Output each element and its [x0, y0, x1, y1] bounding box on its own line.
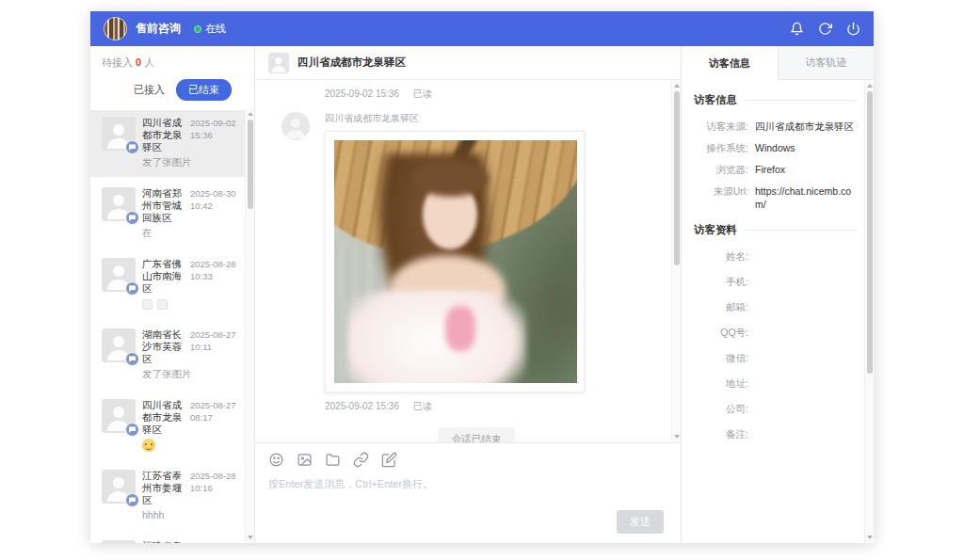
field-value: Windows: [755, 141, 795, 154]
scroll-up-icon[interactable]: [865, 81, 875, 90]
tab-visitor-trail[interactable]: 访客轨迹: [778, 46, 875, 80]
read-status: 已读: [413, 401, 432, 411]
emoji-icon[interactable]: [268, 452, 284, 468]
tab-connected[interactable]: 已接入: [134, 83, 165, 97]
chat-bubble-badge-icon: [125, 423, 139, 437]
session-last-message: 发了张图片: [142, 156, 239, 170]
message-timestamp: 2025-09-02 15:36: [325, 401, 399, 411]
field-label: 微信:: [694, 351, 748, 364]
folder-icon[interactable]: [325, 452, 341, 468]
field-label: 浏览器:: [694, 163, 748, 176]
session-name: 河南省郑州市管城回族区: [142, 187, 190, 224]
visitor-avatar: [102, 399, 136, 433]
session-time: 2025-08-28 10:16: [190, 470, 239, 506]
visitor-avatar: [102, 470, 136, 504]
tab-ended[interactable]: 已结束: [176, 79, 232, 101]
session-last-message: [142, 439, 239, 453]
session-date: 2025-08-27: [190, 328, 239, 341]
app-title: 售前咨询: [136, 21, 181, 37]
session-summary: 四川省成都市龙泉驿区 2025-08-27 08:17: [142, 399, 239, 453]
visitor-info-row: 来源Url: https://chat.nicemb.com/: [694, 184, 857, 211]
visitor-profile-row: 手机:: [694, 275, 857, 288]
message-timestamp: 2025-09-02 15:36: [325, 88, 399, 99]
field-label: 公司:: [694, 402, 748, 415]
waiting-label: 待接入: [102, 56, 133, 68]
scrollbar-thumb[interactable]: [248, 120, 253, 209]
chat-scrollbar[interactable]: [671, 80, 681, 442]
online-status-dot-icon: [194, 25, 201, 33]
waiting-counter: 待接入0人: [90, 46, 254, 73]
session-item[interactable]: 湖南省长沙市芙蓉区 2025-08-27 10:11 发了张图片: [90, 322, 245, 389]
message-input[interactable]: 按Enter发送消息，Ctrl+Enter换行。: [268, 477, 667, 491]
visitor-avatar: [102, 328, 136, 362]
bell-icon[interactable]: [790, 22, 804, 36]
edit-icon[interactable]: [381, 452, 397, 468]
link-icon[interactable]: [353, 452, 369, 468]
session-item[interactable]: 江苏省泰州市姜堰区 2025-08-28 10:16 hhhh: [90, 463, 245, 530]
scroll-down-icon[interactable]: [246, 533, 255, 542]
chat-panel: 四川省成都市龙泉驿区 2025-09-02 15:36 已读 四川省成都市龙泉驿…: [255, 46, 681, 543]
message-meta-bottom: 2025-09-02 15:36 已读: [325, 400, 671, 413]
image-icon[interactable]: [297, 452, 313, 468]
visitor-avatar: [102, 540, 136, 543]
field-value: 四川省成都市龙泉驿区: [755, 120, 854, 133]
session-list: 四川省成都市龙泉驿区 2025-09-02 15:36 发了张图片: [90, 108, 245, 543]
session-item[interactable]: 四川省成都市龙泉驿区 2025-08-27 08:17: [90, 392, 245, 459]
power-icon[interactable]: [846, 22, 860, 36]
session-summary: 福建省泉州市南安市 2025-08-27 14:59: [142, 540, 239, 543]
message-sender-name: 四川省成都市龙泉驿区: [325, 112, 585, 125]
refresh-icon[interactable]: [818, 22, 832, 36]
scroll-up-icon[interactable]: [246, 109, 255, 119]
chat-header: 四川省成都市龙泉驿区: [255, 46, 681, 80]
visitor-profile-row: 公司:: [694, 402, 857, 415]
session-date: 2025-08-30: [190, 187, 239, 200]
session-item[interactable]: 福建省泉州市南安市 2025-08-27 14:59: [90, 534, 245, 543]
visitor-profile-row: QQ号:: [694, 326, 857, 339]
scrollbar-thumb[interactable]: [867, 91, 873, 374]
visitor-info-section-title: 访客信息: [694, 93, 857, 107]
session-date: 2025-08-28: [190, 470, 239, 482]
person-icon: [268, 53, 289, 73]
image-message-card[interactable]: [325, 131, 585, 392]
send-button[interactable]: 发送: [617, 510, 664, 534]
field-label: 来源Url:: [694, 184, 748, 211]
chat-image[interactable]: [334, 140, 577, 383]
scrollbar-thumb[interactable]: [674, 91, 680, 265]
session-name: 福建省泉州市南安市: [142, 540, 190, 543]
session-date: 2025-08-27: [190, 399, 239, 411]
field-value: https://chat.nicemb.com/: [755, 184, 857, 211]
session-summary: 四川省成都市龙泉驿区 2025-09-02 15:36 发了张图片: [142, 117, 239, 170]
agent-avatar: [104, 17, 127, 40]
session-last-message: 发了张图片: [142, 368, 239, 382]
visitor-profile-row: 地址:: [694, 376, 857, 390]
session-time: 2025-08-27 14:59: [190, 540, 239, 543]
session-time: 2025-08-27 08:17: [190, 399, 239, 436]
app-header: 售前咨询 在线: [90, 11, 874, 46]
message-list: 2025-09-02 15:36 已读 四川省成都市龙泉驿区: [255, 80, 671, 442]
emoticon-placeholder-icon: [142, 299, 153, 310]
scroll-down-icon[interactable]: [865, 533, 875, 542]
session-clock: 10:11: [190, 341, 239, 353]
session-name: 四川省成都市龙泉驿区: [142, 399, 190, 436]
smiley-emoji-icon: [142, 439, 155, 452]
session-date: 2025-09-02: [190, 117, 239, 129]
visitor-profile-row: 邮箱:: [694, 300, 857, 313]
visitor-panel-scrollbar[interactable]: [864, 80, 874, 543]
session-item[interactable]: 广东省佛山市南海区 2025-08-28 10:33: [90, 251, 245, 318]
session-name: 江苏省泰州市姜堰区: [142, 470, 190, 506]
visitor-avatar: [102, 117, 136, 151]
session-item[interactable]: 河南省郑州市管城回族区 2025-08-30 10:42 在: [90, 181, 245, 248]
app-window: 售前咨询 在线 待接入0人 已接入 已结束: [90, 11, 874, 543]
chat-bubble-badge-icon: [125, 140, 139, 154]
visitor-profile-fields: 姓名: 手机: 邮箱:: [694, 249, 857, 440]
session-list-scrollbar[interactable]: [245, 108, 254, 543]
session-item[interactable]: 四川省成都市龙泉驿区 2025-09-02 15:36 发了张图片: [90, 110, 245, 177]
tab-visitor-info[interactable]: 访客信息: [682, 46, 778, 80]
field-label: 地址:: [694, 376, 748, 390]
session-time: 2025-08-28 10:33: [190, 258, 239, 295]
message-composer: 按Enter发送消息，Ctrl+Enter换行。 发送: [255, 442, 681, 543]
chat-bubble-badge-icon: [125, 211, 139, 225]
field-label: 备注:: [694, 427, 748, 440]
field-label: 访客来源:: [694, 120, 748, 133]
visitor-avatar: [281, 112, 310, 140]
